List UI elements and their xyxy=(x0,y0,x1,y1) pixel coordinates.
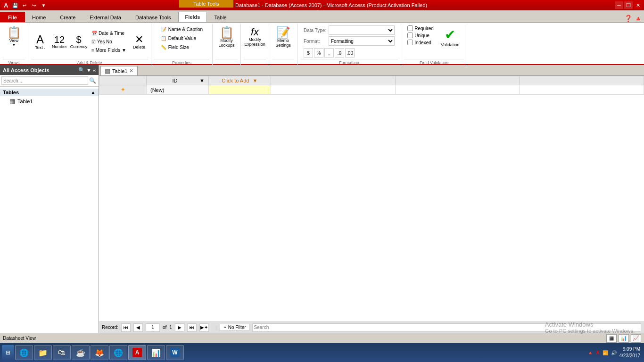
undo-quick-btn[interactable]: ↩ xyxy=(20,1,29,9)
sidebar-search-btn[interactable]: 🔍 xyxy=(88,77,97,84)
currency-field-btn[interactable]: $ Currency xyxy=(70,33,88,50)
help-btn[interactable]: ❓ xyxy=(624,15,632,22)
ribbon-group-modify-lookups: 📋 ModifyLookups xyxy=(213,24,241,66)
yes-no-btn[interactable]: ☑ Yes No xyxy=(89,38,129,46)
ribbon-tab-bar: File Home Create External Data Database … xyxy=(0,10,644,23)
properties-group-label: Properties xyxy=(154,59,209,65)
table1-tab-close[interactable]: ✕ xyxy=(129,68,133,74)
calendar-icon: 📅 xyxy=(91,31,97,36)
nav-prev-btn[interactable]: ◀ xyxy=(133,323,143,332)
sidebar-search-input[interactable] xyxy=(1,76,88,85)
close-btn[interactable]: ✕ xyxy=(634,1,642,9)
clock-display[interactable]: 9:09 PM 4/23/2017 xyxy=(619,346,641,359)
redo-quick-btn[interactable]: ↪ xyxy=(30,1,38,9)
tab-file[interactable]: File xyxy=(0,12,25,22)
required-check[interactable]: Required xyxy=(407,25,434,31)
column-header-click-to-add[interactable]: Click to Add ▼ xyxy=(208,76,271,85)
nav-search-area xyxy=(252,323,641,332)
nav-search-input[interactable] xyxy=(252,323,641,332)
taskbar-chrome[interactable]: 🌐 xyxy=(109,345,127,360)
taskbar-store[interactable]: 🛍 xyxy=(53,345,71,360)
more-fields-btn[interactable]: ≡ More Fields ▼ xyxy=(89,46,129,54)
comma-btn[interactable]: , xyxy=(324,48,334,58)
name-caption-btn[interactable]: 📝 Name & Caption xyxy=(159,25,205,33)
tab-external-data[interactable]: External Data xyxy=(83,12,128,22)
click-to-add-dropdown[interactable]: ▼ xyxy=(252,78,257,83)
text-field-btn[interactable]: A Text . xyxy=(31,33,49,51)
taskbar-access[interactable]: A xyxy=(128,345,146,360)
delete-field-btn[interactable]: ✕ Delete xyxy=(130,33,148,51)
nav-next-btn[interactable]: ▶ xyxy=(175,323,184,332)
unique-checkbox[interactable] xyxy=(407,33,413,38)
tab-table[interactable]: Table xyxy=(207,12,233,22)
data-type-select[interactable] xyxy=(329,25,395,35)
memo-settings-btn[interactable]: 📝 MemoSettings xyxy=(273,25,294,49)
minimize-btn[interactable]: ─ xyxy=(615,1,623,9)
validation-btn[interactable]: ✔ Validation xyxy=(440,25,461,49)
taskbar-java[interactable]: ☕ xyxy=(72,345,90,360)
navigation-bar: Record: ⏮ ◀ of 1 ▶ ⏭ ▶✦ | ⚬ No Filter xyxy=(99,321,644,333)
taskbar-powerpoint[interactable]: 📊 xyxy=(147,345,165,360)
pivot-chart-btn[interactable]: 📈 xyxy=(631,334,641,343)
table1-tab[interactable]: ▦ Table1 ✕ xyxy=(100,66,138,75)
ribbon-content: 📋 View ▼ Views A Text . 12 Number $ xyxy=(0,23,644,65)
start-button[interactable]: ⊞ xyxy=(2,345,14,360)
sidebar-collapse-btn[interactable]: « xyxy=(93,67,96,73)
date-time-btn[interactable]: 📅 Date & Time xyxy=(89,29,129,37)
pivot-table-btn[interactable]: 📊 xyxy=(619,334,629,343)
tab-database-tools[interactable]: Database Tools xyxy=(128,12,178,22)
empty-col-1 xyxy=(271,76,395,85)
number-field-btn[interactable]: 12 Number xyxy=(50,33,68,50)
datasheet-view-btn[interactable]: ▦ xyxy=(606,334,617,343)
tab-fields[interactable]: Fields xyxy=(178,12,207,22)
empty-col-2 xyxy=(395,76,520,85)
field-size-btn[interactable]: 📏 Field Size xyxy=(159,43,205,51)
no-filter-btn[interactable]: ⚬ No Filter xyxy=(220,324,249,331)
default-value-btn[interactable]: 📋 Default Value xyxy=(159,34,205,42)
properties-content: 📝 Name & Caption 📋 Default Value 📏 Field… xyxy=(159,25,205,59)
new-row-empty-1 xyxy=(271,85,395,95)
ribbon-group-formatting: Data Type: Format: Formatting $ % , .0 xyxy=(297,24,401,66)
title-bar-controls: ─ ❐ ✕ xyxy=(615,1,642,9)
ribbon-collapse-btn[interactable]: 🔺 xyxy=(634,15,642,22)
sidebar-options-btn[interactable]: ▼ xyxy=(86,67,91,73)
nav-current-record[interactable] xyxy=(146,323,160,332)
taskbar-explorer[interactable]: 📁 xyxy=(34,345,52,360)
indexed-check[interactable]: Indexed xyxy=(407,40,434,45)
dollar-btn[interactable]: $ xyxy=(304,48,313,58)
title-bar: A 💾 ↩ ↪ ▼ Table Tools Database1 - Databa… xyxy=(0,0,644,10)
id-column-dropdown[interactable]: ▼ xyxy=(199,78,205,83)
table1-tab-icon: ▦ xyxy=(105,67,110,74)
indexed-checkbox[interactable] xyxy=(407,40,413,45)
taskbar-ie[interactable]: 🌐 xyxy=(15,345,33,360)
field-validation-content: Required Unique Indexed ✔ Validation xyxy=(407,25,461,59)
sidebar-item-table1[interactable]: ▦ Table1 xyxy=(0,96,99,106)
unique-check[interactable]: Unique xyxy=(407,33,434,38)
modify-lookups-btn[interactable]: 📋 ModifyLookups xyxy=(216,25,237,49)
sidebar-search-toggle[interactable]: 🔍 xyxy=(78,67,85,73)
restore-btn[interactable]: ❐ xyxy=(624,1,633,9)
taskbar-word[interactable]: W xyxy=(166,345,184,360)
format-select[interactable]: Formatting xyxy=(329,36,395,46)
field-validation-group-label: Field Validation xyxy=(404,59,464,65)
formatting-group-label: Formatting xyxy=(300,59,398,65)
nav-last-btn[interactable]: ⏭ xyxy=(187,323,197,332)
data-table: ID ▼ Click to Add ▼ ✦ xyxy=(99,76,644,95)
save-quick-btn[interactable]: 💾 xyxy=(11,1,19,9)
taskbar-firefox[interactable]: 🦊 xyxy=(91,345,108,360)
new-row-add-cell[interactable] xyxy=(208,85,271,95)
tab-create[interactable]: Create xyxy=(53,12,83,22)
dec-dec-btn[interactable]: .00 xyxy=(345,48,355,58)
required-checkbox[interactable] xyxy=(407,25,413,31)
sidebar-header: All Access Objects 🔍 ▼ « xyxy=(0,65,99,75)
dec-inc-btn[interactable]: .0 xyxy=(335,48,344,58)
nav-first-btn[interactable]: ⏮ xyxy=(121,323,131,332)
percent-btn[interactable]: % xyxy=(314,48,323,58)
view-btn[interactable]: 📋 View ▼ xyxy=(4,25,25,49)
modify-expression-btn[interactable]: fx ModifyExpression xyxy=(245,25,265,48)
column-header-id[interactable]: ID ▼ xyxy=(147,76,209,85)
qa-dropdown-btn[interactable]: ▼ xyxy=(39,1,48,9)
nav-new-btn[interactable]: ▶✦ xyxy=(199,323,209,332)
tab-home[interactable]: Home xyxy=(25,12,53,22)
tables-section-header[interactable]: Tables ▲ xyxy=(0,89,99,96)
